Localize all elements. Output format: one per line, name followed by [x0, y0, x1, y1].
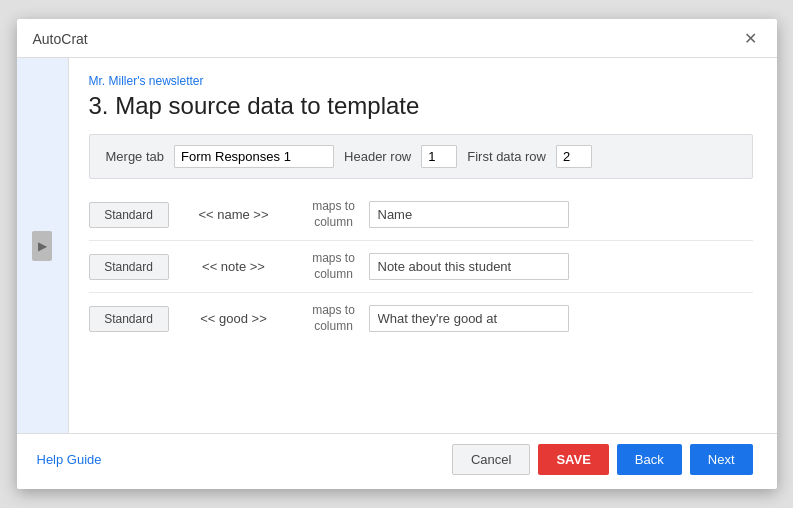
- tag-label-2: << good >>: [169, 311, 299, 326]
- map-row: Standard << good >> maps to column: [89, 293, 753, 344]
- header-row-label: Header row: [344, 149, 411, 164]
- dialog-body: ▶ Mr. Miller's newsletter 3. Map source …: [17, 58, 777, 433]
- maps-to-label-2: maps to column: [299, 303, 369, 334]
- titlebar: AutoCrat ✕: [17, 19, 777, 58]
- maps-to-label-1: maps to column: [299, 251, 369, 282]
- main-content: Mr. Miller's newsletter 3. Map source da…: [69, 58, 777, 433]
- merge-config-bar: Merge tab Header row First data row: [89, 134, 753, 179]
- first-data-row-label: First data row: [467, 149, 546, 164]
- column-input-1[interactable]: [369, 253, 569, 280]
- page-heading: 3. Map source data to template: [89, 92, 753, 120]
- sidebar-arrow[interactable]: ▶: [32, 231, 52, 261]
- merge-tab-input[interactable]: [174, 145, 334, 168]
- maps-to-label-0: maps to column: [299, 199, 369, 230]
- column-input-2[interactable]: [369, 305, 569, 332]
- save-button[interactable]: SAVE: [538, 444, 608, 475]
- dialog-title: AutoCrat: [33, 31, 88, 47]
- standard-button-0[interactable]: Standard: [89, 202, 169, 228]
- close-button[interactable]: ✕: [740, 29, 761, 49]
- map-rows-container: Standard << name >> maps to column Stand…: [89, 189, 753, 417]
- footer-buttons: Cancel SAVE Back Next: [452, 444, 753, 475]
- map-row: Standard << note >> maps to column: [89, 241, 753, 293]
- map-row: Standard << name >> maps to column: [89, 189, 753, 241]
- first-data-row-input[interactable]: [556, 145, 592, 168]
- tag-label-1: << note >>: [169, 259, 299, 274]
- help-guide-link[interactable]: Help Guide: [37, 452, 452, 467]
- left-sidebar: ▶: [17, 58, 69, 433]
- dialog-footer: Help Guide Cancel SAVE Back Next: [17, 433, 777, 489]
- main-dialog: AutoCrat ✕ ▶ Mr. Miller's newsletter 3. …: [17, 19, 777, 489]
- merge-tab-label: Merge tab: [106, 149, 165, 164]
- cancel-button[interactable]: Cancel: [452, 444, 530, 475]
- standard-button-1[interactable]: Standard: [89, 254, 169, 280]
- back-button[interactable]: Back: [617, 444, 682, 475]
- breadcrumb-link[interactable]: Mr. Miller's newsletter: [89, 74, 753, 88]
- header-row-input[interactable]: [421, 145, 457, 168]
- tag-label-0: << name >>: [169, 207, 299, 222]
- next-button[interactable]: Next: [690, 444, 753, 475]
- column-input-0[interactable]: [369, 201, 569, 228]
- standard-button-2[interactable]: Standard: [89, 306, 169, 332]
